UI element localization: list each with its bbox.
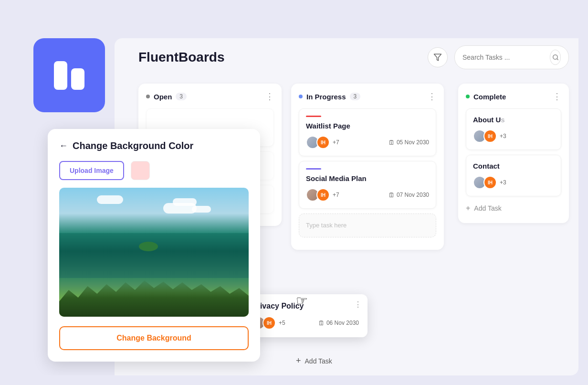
panel-title: Change Background Color: [73, 140, 193, 151]
water-layer: [59, 233, 249, 278]
add-task-label-bottom: Add Task: [305, 357, 332, 365]
add-task-label-complete: Add Task: [474, 204, 501, 212]
task-accent-waitlist: [306, 116, 321, 117]
back-arrow-button[interactable]: ←: [59, 141, 68, 151]
add-task-plus-complete: +: [466, 204, 470, 213]
calendar-icon-waitlist: 🗓: [388, 139, 395, 146]
task-card-contact[interactable]: Contact IH +3: [466, 155, 561, 196]
avatar-4: IH: [316, 188, 330, 202]
avatar-8: IH: [483, 176, 497, 189]
task-card-placeholder: Type task here: [299, 214, 436, 237]
task-title-contact: Contact: [473, 162, 554, 170]
calendar-icon-social: 🗓: [388, 192, 395, 199]
search-icon-button[interactable]: [550, 50, 561, 65]
app-title: FluentBoards: [138, 50, 224, 65]
task-date-privacy: 🗓 06 Nov 2030: [318, 320, 359, 327]
privacy-card-menu[interactable]: ⋮: [354, 300, 362, 309]
open-col-count: 3: [176, 93, 187, 100]
trees-overlay: [59, 278, 249, 317]
cursor-hand-icon: ☞: [296, 293, 308, 309]
avatars-waitlist: IH +7: [306, 136, 339, 149]
task-accent-social: [306, 168, 321, 170]
color-swatch[interactable]: [131, 161, 150, 180]
change-background-panel: ← Change Background Color Upload Image: [48, 129, 260, 362]
task-card-waitlist[interactable]: Waitlist Page IH +7 🗓 05 Nov 2030: [299, 108, 436, 156]
complete-dot: [466, 95, 470, 98]
avatar-count-social: +7: [333, 192, 339, 198]
calendar-icon-privacy: 🗓: [318, 320, 325, 327]
inprogress-col-menu[interactable]: ⋮: [428, 91, 436, 102]
cloud-2: [173, 198, 197, 206]
task-date-social: 🗓 07 Nov 2030: [388, 192, 429, 199]
add-task-complete[interactable]: + Add Task: [466, 201, 561, 215]
inprogress-dot: [299, 95, 303, 98]
upload-image-button[interactable]: Upload Image: [59, 161, 124, 180]
avatar-10: IH: [262, 316, 276, 330]
svg-line-2: [556, 59, 558, 60]
task-title-waitlist: Waitlist Page: [306, 122, 429, 130]
cloud-3: [192, 206, 211, 213]
task-date-waitlist: 🗓 05 Nov 2030: [388, 139, 429, 146]
task-card-about[interactable]: About Us IH +3: [466, 108, 561, 150]
add-task-bottom[interactable]: + Add Task: [296, 356, 332, 366]
inprogress-col-count: 3: [350, 93, 361, 100]
open-col-menu[interactable]: ⋮: [265, 91, 274, 102]
avatar-6: IH: [483, 129, 497, 143]
header-right: [428, 45, 569, 69]
complete-col-title: Complete: [473, 93, 506, 101]
search-bar: [454, 45, 569, 69]
open-dot: [146, 95, 150, 98]
open-col-title: Open: [154, 93, 172, 101]
column-in-progress: In Progress 3 ⋮ Waitlist Page IH +7 🗓 05…: [291, 84, 444, 250]
privacy-card-footer: IH +5 🗓 06 Nov 2030: [252, 316, 359, 330]
avatar-count-waitlist: +7: [333, 139, 339, 146]
filter-button[interactable]: [428, 47, 448, 67]
logo-bar-right: [71, 68, 84, 90]
avatar-count-about: +3: [500, 133, 506, 139]
logo-bar-left: [54, 61, 67, 90]
avatars-contact: IH +3: [473, 176, 506, 189]
column-complete: Complete ⋮ About Us IH +3 Contact IH +3: [458, 84, 569, 223]
search-input[interactable]: [462, 53, 546, 61]
avatar-2: IH: [316, 136, 330, 149]
svg-marker-0: [434, 54, 441, 61]
cloud-4: [97, 195, 123, 204]
complete-col-menu[interactable]: ⋮: [553, 91, 561, 102]
task-title-about: About Us: [473, 116, 554, 124]
task-title-social: Social Media Plan: [306, 174, 429, 182]
avatars-social: IH +7: [306, 188, 339, 202]
preview-image: [59, 188, 249, 317]
placeholder-text: Type task here: [306, 222, 346, 229]
logo: [33, 38, 105, 112]
avatar-count-contact: +3: [500, 179, 506, 186]
inprogress-col-title: In Progress: [306, 93, 346, 101]
lake-image: [59, 188, 249, 317]
avatars-about: IH +3: [473, 129, 506, 143]
avatar-count-privacy: +5: [279, 320, 285, 326]
upload-row: Upload Image: [59, 161, 249, 180]
task-card-social[interactable]: Social Media Plan IH +7 🗓 07 Nov 2030: [299, 161, 436, 209]
plus-icon-bottom: +: [296, 356, 301, 366]
change-background-button[interactable]: Change Background: [59, 326, 249, 350]
header: FluentBoards: [138, 43, 569, 72]
